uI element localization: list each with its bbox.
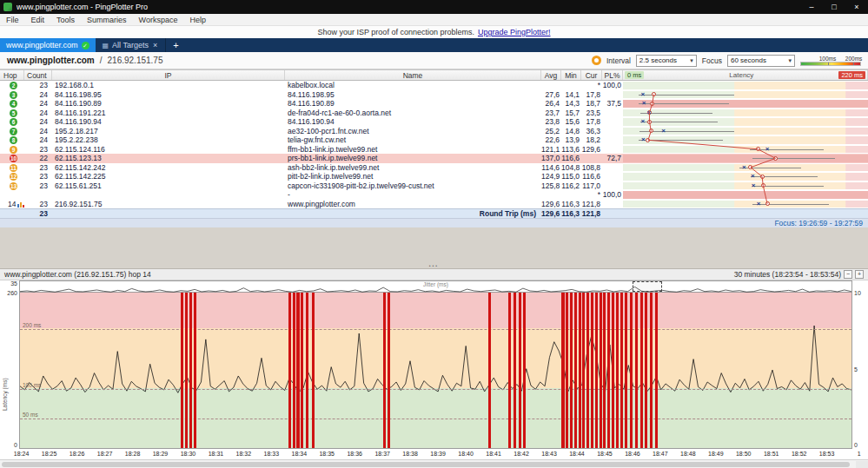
time-tick-label: 18:28 (125, 451, 141, 457)
table-row[interactable]: 92362.115.124.116ffm-bb1-link.ip.twelve9… (0, 145, 868, 155)
col-ip[interactable]: IP (52, 70, 285, 80)
table-row[interactable]: 32484.116.198.9584.116.198.9527,614,117,… (0, 90, 868, 100)
table-row[interactable]: 824195.2.22.238telia-gw.fnt.cw.net22,613… (0, 135, 868, 145)
new-target-tab-button[interactable]: + (166, 38, 185, 52)
target-ip: 216.92.151.75 (108, 56, 163, 65)
table-row[interactable]: 223192.168.0.1kabelbox.local*100,0 (0, 81, 868, 90)
alert-icon[interactable] (592, 56, 601, 65)
col-avg[interactable]: Avg (541, 70, 561, 80)
hop-number-badge: 13 (10, 182, 17, 190)
table-row[interactable]: 42484.116.190.8984.116.190.8926,414,318,… (0, 99, 868, 109)
time-tick-label: 18:25 (42, 451, 57, 457)
hop-number-badge: 11 (10, 164, 17, 172)
tab-all-targets[interactable]: ▦ All Targets × (96, 38, 167, 52)
zoom-out-icon[interactable]: − (844, 270, 852, 279)
chevron-down-icon: ▾ (690, 57, 693, 64)
minimize-button[interactable]: – (800, 0, 823, 14)
pl-cell: 100,0 (602, 190, 623, 200)
cur-cell: 121,8 (581, 200, 602, 209)
scrollbar-thumb[interactable] (2, 462, 850, 467)
close-button[interactable]: × (845, 0, 868, 14)
latency-band (623, 82, 868, 89)
table-row[interactable]: 1423216.92.151.75www.pingplotter.com129,… (0, 200, 868, 209)
range-line (750, 149, 824, 150)
scrollbar-corner (856, 461, 868, 468)
tab-active-target[interactable]: www.pingplotter.com ✓ (0, 38, 96, 52)
legend-tick (828, 63, 829, 65)
packet-loss-bar (630, 293, 633, 448)
ip-cell: 62.115.61.251 (52, 181, 285, 191)
col-min[interactable]: Min (561, 70, 581, 80)
time-tick-label: 18:27 (97, 451, 113, 457)
jitter-max-label: 35 (0, 280, 17, 287)
table-row[interactable]: 52484.116.191.221de-fra04d-rc1-ae-60-0.a… (0, 109, 868, 118)
latency-plot[interactable]: 200 ms100 ms50 ms (19, 293, 852, 449)
hop-cell: 10 (0, 154, 24, 163)
col-hop[interactable]: Hop (0, 70, 24, 80)
packet-loss-bar (185, 293, 188, 448)
graph-title: Latency (729, 71, 753, 79)
packet-loss-bar (603, 293, 606, 448)
cur-cell (581, 154, 602, 163)
focus-value: 60 seconds (731, 56, 766, 64)
menubar: FileEditToolsSummariesWorkspaceHelp (0, 14, 868, 26)
col-count[interactable]: Count (24, 70, 52, 80)
ip-cell: 192.168.0.1 (52, 81, 285, 90)
table-row[interactable]: 102262.115.123.13prs-bb1-link.ip.twelve9… (0, 154, 868, 163)
table-row[interactable]: 122362.115.142.225pitt-b2-link.ip.twelve… (0, 172, 868, 181)
interval-select[interactable]: 2.5 seconds ▾ (636, 55, 697, 67)
table-row[interactable]: 132362.115.61.251capcon-ic331908-pitt-b2… (0, 181, 868, 191)
rt-label: Round Trip (ms) (285, 209, 541, 218)
timeline-chart[interactable]: 35 260 0 10 5 0 Latency (ms) Jitter (ms)… (0, 280, 868, 459)
hop-cell: 11 (0, 163, 24, 173)
zoom-in-icon[interactable]: + (855, 270, 864, 279)
table-row[interactable]: 724195.2.18.217ae32-100-pcr1.fnt.cw.net2… (0, 127, 868, 136)
time-tick-label: 18:49 (708, 451, 724, 457)
menu-item-file[interactable]: File (0, 14, 25, 25)
packet-loss-bar (306, 293, 308, 448)
avg-cell: 25,2 (541, 127, 561, 136)
latency-graph-cell: × (623, 109, 868, 118)
maximize-button[interactable]: □ (823, 0, 845, 14)
menu-item-summaries[interactable]: Summaries (81, 14, 133, 25)
col-pl[interactable]: PL% (602, 70, 623, 80)
latency-graph-cell: × (623, 200, 868, 209)
jitter-strip[interactable]: Jitter (ms) (19, 280, 852, 293)
table-row[interactable]: -*100,0 (0, 190, 868, 200)
legend-100ms: 100ms (819, 56, 837, 62)
name-cell: 84.116.190.94 (285, 117, 541, 127)
round-trip-row[interactable]: 23 Round Trip (ms) 129,6 116,3 121,8 (0, 208, 868, 218)
time-tick-label: 18:52 (792, 451, 807, 457)
hop-cell: 9 (0, 145, 24, 155)
packet-loss-bar (607, 293, 610, 448)
time-tick-label: 18:53 (819, 451, 835, 457)
packet-loss-bar (591, 293, 593, 448)
latency-max-label: 260 (0, 290, 17, 296)
min-cell: 104,8 (561, 163, 581, 173)
tab-close-icon[interactable]: × (152, 41, 158, 49)
col-name[interactable]: Name (285, 70, 541, 80)
packet-loss-bar (388, 293, 390, 448)
rt-cur: 121,8 (581, 209, 602, 218)
panel-splitter[interactable]: ••• (0, 262, 868, 269)
table-row[interactable]: 62484.116.190.9484.116.190.9423,815,617,… (0, 117, 868, 127)
horizontal-scrollbar[interactable] (0, 459, 868, 468)
menu-item-workspace[interactable]: Workspace (133, 14, 184, 25)
time-tick-label: 18:43 (541, 451, 557, 457)
upgrade-link[interactable]: Upgrade PingPlotter! (478, 28, 551, 36)
col-cur[interactable]: Cur (581, 70, 602, 80)
name-cell: 84.116.190.89 (285, 99, 541, 109)
menu-item-help[interactable]: Help (183, 14, 212, 25)
menu-item-edit[interactable]: Edit (25, 14, 51, 25)
avg-marker (647, 120, 652, 124)
gridline-100ms (20, 389, 851, 390)
focus-select[interactable]: 60 seconds ▾ (727, 55, 795, 67)
name-cell: kabelbox.local (285, 81, 541, 90)
pl-cell (602, 109, 623, 118)
latency-graph-cell (623, 81, 868, 90)
latency-graph-cell: × (623, 145, 868, 155)
focus-selection-box[interactable] (633, 281, 662, 292)
time-tick-label: 18:37 (374, 451, 390, 457)
table-row[interactable]: 112362.115.142.242ash-bb2-link.ip.twelve… (0, 163, 868, 173)
menu-item-tools[interactable]: Tools (50, 14, 81, 25)
